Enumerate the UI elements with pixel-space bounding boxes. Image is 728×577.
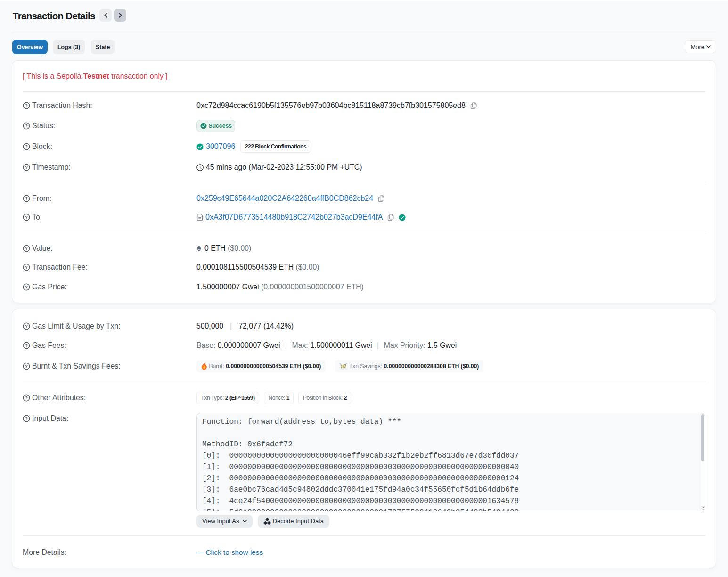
svg-text:?: ?: [25, 396, 28, 400]
svg-text:?: ?: [25, 165, 28, 170]
svg-text:?: ?: [25, 103, 28, 108]
svg-text:?: ?: [25, 416, 28, 421]
svg-text:?: ?: [25, 364, 28, 369]
svg-text:?: ?: [25, 285, 28, 289]
svg-text:?: ?: [25, 144, 28, 149]
svg-text:?: ?: [25, 215, 28, 220]
svg-text:?: ?: [25, 343, 28, 348]
svg-text:?: ?: [25, 324, 28, 329]
svg-text:?: ?: [25, 246, 28, 251]
svg-text:?: ?: [25, 265, 28, 270]
svg-text:?: ?: [25, 124, 28, 128]
svg-text:?: ?: [25, 196, 28, 201]
